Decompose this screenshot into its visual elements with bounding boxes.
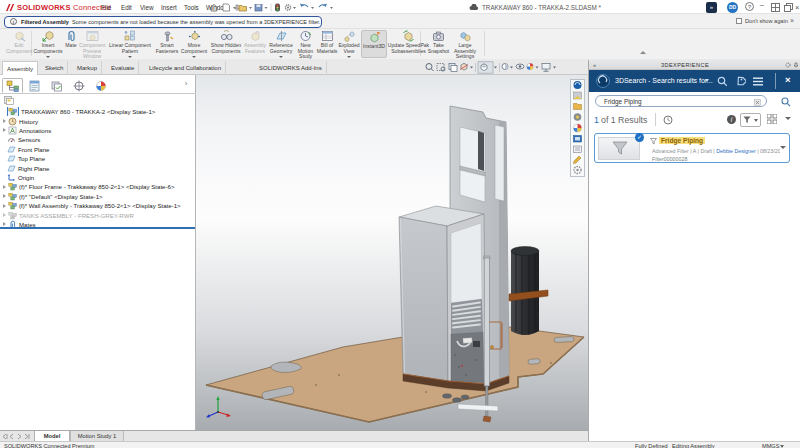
solidworks-logo-icon (5, 3, 15, 13)
restore-button[interactable] (784, 3, 793, 12)
ribbon-button-large-assembly-settings[interactable]: Large Assembly Settings (450, 30, 480, 58)
tree-item-annotations[interactable]: Annotations (0, 126, 195, 135)
menu-edit[interactable]: Edit (121, 4, 132, 11)
ribbon-button-insert-components[interactable]: Insert Components (33, 30, 63, 58)
tree-item-floor-frame[interactable]: (f)* Floor Frame - Trakkaway 850-2<1> <D… (0, 182, 195, 191)
tag-tool-icon[interactable] (735, 76, 746, 87)
panel-gear-icon[interactable] (785, 62, 791, 68)
options-gear-icon (285, 5, 296, 10)
user-avatar[interactable]: DD (727, 2, 738, 13)
menu-view[interactable]: View (140, 4, 154, 11)
panel-splitter[interactable] (0, 227, 195, 229)
notification-title: Filtered Assembly (21, 19, 69, 25)
ribbon-button-instant3d[interactable]: Instant3D (361, 30, 387, 58)
ribbon-button-reference-geometry[interactable]: Reference Geometry (268, 30, 294, 58)
collapse-panel-icon[interactable]: « (593, 62, 596, 68)
tile-windows-button[interactable] (771, 3, 780, 12)
title-bar: SOLIDWORKS Connected File Edit View Inse… (0, 0, 800, 14)
tab-displaymanager[interactable] (90, 78, 111, 93)
status-bar: SOLIDWORKS Connected Premium Fully Defin… (0, 441, 800, 448)
result-expand-chevron[interactable] (780, 146, 786, 149)
menu-insert[interactable]: Insert (161, 4, 177, 11)
result-owner-link[interactable]: Debbie Designer (716, 148, 755, 154)
ribbon-button-mate[interactable]: Mate (64, 30, 78, 58)
search-tool-icon[interactable] (717, 76, 728, 87)
ribbon-button-smart-fasteners[interactable]: Smart Fasteners (154, 30, 180, 58)
history-clock-icon[interactable] (663, 115, 673, 125)
tree-item-top-plane[interactable]: Top Plane (0, 154, 195, 163)
help-icon[interactable]: ? (745, 2, 754, 11)
tree-item-origin[interactable]: Origin (0, 173, 195, 182)
sort-filter-button[interactable] (740, 113, 761, 127)
floor-plate (206, 327, 584, 422)
close-button[interactable]: × (795, 3, 799, 12)
tree-root[interactable]: TRAKKAWAY 860 - TRAKKA-2 <Display State-… (0, 107, 195, 116)
menu-file[interactable]: File (101, 4, 111, 11)
menu-tools[interactable]: Tools (184, 4, 199, 11)
menu-tool-icon[interactable] (753, 77, 763, 86)
info-toggle-icon[interactable]: i (727, 115, 736, 124)
display-grid-icon[interactable] (767, 114, 777, 124)
ribbon-button-exploded-view[interactable]: Exploded View (336, 30, 362, 58)
search-input[interactable]: Fridge Piping (595, 95, 767, 107)
minimize-button[interactable]: – (760, 1, 764, 8)
result-title[interactable]: Fridge Piping (659, 137, 705, 144)
tab-featuremanager-tree[interactable] (2, 78, 23, 93)
task-pane-icons[interactable] (571, 80, 584, 176)
tab-sketch[interactable]: Sketch (41, 61, 68, 75)
ribbon-button-assembly-features[interactable]: Assembly Features (243, 30, 267, 58)
tab-lifecycle-collaboration[interactable]: Lifecycle and Collaboration (145, 61, 226, 75)
notification-close-icon[interactable]: × (790, 17, 794, 24)
app-switcher-chevron[interactable] (705, 79, 709, 82)
tree-item-history[interactable]: History (0, 117, 195, 126)
ribbon-button-component-preview-window[interactable]: Component Preview Window (79, 30, 105, 58)
collapse-results-chevron[interactable] (785, 117, 791, 120)
tab-propertymanager[interactable] (24, 78, 45, 93)
clear-search-icon[interactable] (754, 99, 761, 106)
3dexperience-platform-icon[interactable]: » (706, 2, 717, 13)
tree-item-default[interactable]: (f)* "Default" <Display State-1> (0, 192, 195, 201)
3dsearch-compass-icon[interactable] (596, 74, 610, 88)
coordinate-triad (206, 396, 231, 418)
tab-scroll-buttons[interactable] (2, 433, 32, 440)
app-brand: SOLIDWORKS Connected (17, 3, 111, 12)
selected-check-badge: ✓ (635, 133, 644, 142)
ribbon-button-linear-component-pattern[interactable]: Linear Component Pattern (106, 30, 154, 58)
3dexperience-pane-icon (574, 81, 582, 89)
panel-header: « 3DEXPERIENCE (589, 60, 800, 70)
ribbon-button-update-speedpak[interactable]: Update SpeedPak Subassemblies (387, 30, 430, 58)
tab-configurationmanager[interactable] (46, 78, 67, 93)
tree-item-wall-assembly[interactable]: (f)* Wall Assembly - Trakkaway 850-2<1> … (0, 201, 195, 210)
dont-show-again-checkbox[interactable] (736, 18, 742, 24)
tab-solidworks-addins[interactable]: SOLIDWORKS Add-Ins (255, 61, 327, 75)
ribbon-button-move-component[interactable]: Move Component (180, 30, 208, 58)
app-title[interactable]: 3DSearch - Search results for... (615, 77, 713, 84)
close-panel-icon[interactable]: × (785, 74, 791, 85)
ribbon-collapse-icon[interactable] (640, 51, 646, 54)
graphics-area[interactable] (196, 75, 588, 430)
ribbon-button-edit-component[interactable]: Edit Component (6, 30, 32, 58)
tab-assembly[interactable]: Assembly (2, 61, 38, 75)
units-chevron[interactable] (780, 445, 784, 448)
heads-up-view-toolbar[interactable] (424, 61, 560, 74)
scenes-icon (574, 136, 582, 143)
filter-type-icon (650, 138, 657, 145)
tab-dimxpertmanager[interactable] (68, 78, 89, 93)
tree-flyout-icon[interactable] (4, 96, 14, 105)
result-meta: Advanced Filter | A | Draft | Debbie Des… (652, 148, 780, 154)
tree-item-sensors[interactable]: Sensors (0, 135, 195, 144)
tree-item-right-plane[interactable]: Right Plane (0, 163, 195, 172)
tank-cylinder (511, 247, 539, 336)
search-result-card[interactable]: ✓ Fridge Piping Advanced Filter | A | Dr… (594, 133, 790, 163)
tree-item-tanks-assembly[interactable]: TANKS ASSEMBLY - FRESH-GREY-RWR (0, 210, 195, 219)
ribbon-button-show-hidden-components[interactable]: Show Hidden Components (209, 30, 243, 58)
tree-item-front-plane[interactable]: Front Plane (0, 145, 195, 154)
quick-access-toolbar[interactable] (208, 2, 338, 13)
status-units[interactable]: MMGS (762, 443, 779, 448)
tab-evaluate[interactable]: Evaluate (107, 61, 139, 75)
ribbon-button-take-snapshot[interactable]: Take Snapshot (426, 30, 451, 58)
panel-expand-arrow[interactable]: › (185, 80, 187, 87)
tab-markup[interactable]: Markup (73, 61, 102, 75)
search-submit-icon[interactable] (781, 97, 791, 107)
panel-pin-icon[interactable] (793, 62, 799, 68)
